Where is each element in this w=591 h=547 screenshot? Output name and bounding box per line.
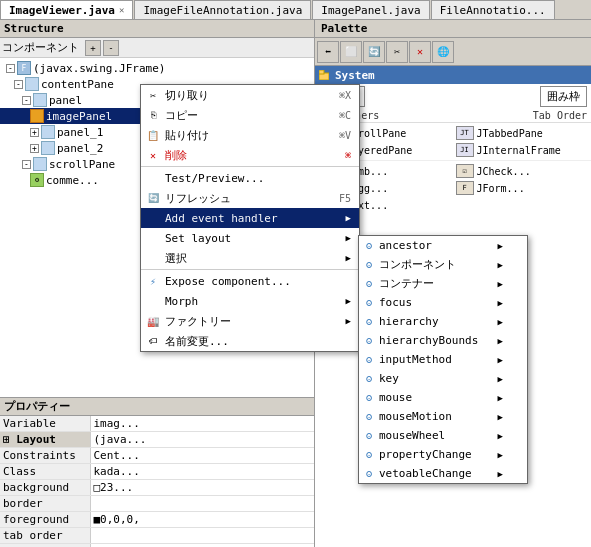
submenu-arrow-3-icon: ▶ bbox=[346, 253, 351, 263]
submenu-inputmethod[interactable]: ʘ inputMethod ▶ bbox=[359, 350, 527, 369]
panel2-icon bbox=[41, 141, 55, 155]
prop-value-background[interactable]: □23... bbox=[90, 480, 314, 496]
toolbar-btn-4[interactable]: ✂ bbox=[386, 41, 408, 63]
prop-value-constraints[interactable]: Cent... bbox=[90, 448, 314, 464]
submenu-key[interactable]: ʘ key ▶ bbox=[359, 369, 527, 388]
palette-border-btn[interactable]: 囲み枠 bbox=[540, 86, 587, 107]
submenu-icon-key: ʘ bbox=[362, 372, 376, 386]
submenu-mousewheel[interactable]: ʘ mouseWheel ▶ bbox=[359, 426, 527, 445]
contentpane-icon bbox=[25, 77, 39, 91]
ctx-copy[interactable]: ⎘ コピー ⌘C bbox=[141, 105, 359, 125]
tree-item-frame[interactable]: - F (javax.swing.JFrame) bbox=[0, 60, 314, 76]
prop-name-tooltip: toolTipText bbox=[0, 544, 90, 548]
toolbar-btn-5[interactable]: ✕ bbox=[409, 41, 431, 63]
prop-value-foreground[interactable]: ■0,0,0, bbox=[90, 512, 314, 528]
tab-imageviewer[interactable]: ImageViewer.java ✕ bbox=[0, 0, 133, 19]
tab-close-icon[interactable]: ✕ bbox=[119, 5, 124, 15]
submenu-arrow-5-icon: ▶ bbox=[346, 316, 351, 326]
tree-label-scrollpane: scrollPane bbox=[49, 158, 115, 171]
ctx-add-event-handler[interactable]: Add event handler ▶ bbox=[141, 208, 359, 228]
submenu-vetoablechange[interactable]: ʘ vetoableChange ▶ bbox=[359, 464, 527, 483]
prop-value-class[interactable]: kada... bbox=[90, 464, 314, 480]
expand-panel[interactable]: - bbox=[22, 96, 31, 105]
tab-imagefile[interactable]: ImageFileAnnotation.java bbox=[134, 0, 311, 19]
imagepanel-icon bbox=[30, 109, 44, 123]
toolbar-btn-2[interactable]: ⬜ bbox=[340, 41, 362, 63]
submenu-hierarchybounds[interactable]: ʘ hierarchyBounds ▶ bbox=[359, 331, 527, 350]
structure-title: Structure bbox=[4, 22, 64, 35]
tab-imagepanel[interactable]: ImagePanel.java bbox=[312, 0, 429, 19]
expand-contentpane[interactable]: - bbox=[14, 80, 23, 89]
submenu-icon-mousemotion: ʘ bbox=[362, 410, 376, 424]
ctx-select[interactable]: 選択 ▶ bbox=[141, 248, 359, 268]
submenu-hierarchy[interactable]: ʘ hierarchy ▶ bbox=[359, 312, 527, 331]
submenu-component-jp[interactable]: ʘ コンポーネント ▶ bbox=[359, 255, 527, 274]
propertychange-arrow-icon: ▶ bbox=[498, 450, 503, 460]
tree-label-panel1: panel_1 bbox=[57, 126, 103, 139]
expand-panel1[interactable]: + bbox=[30, 128, 39, 137]
ctx-set-layout[interactable]: Set layout ▶ bbox=[141, 228, 359, 248]
panel-icon bbox=[33, 93, 47, 107]
expand-panel2[interactable]: + bbox=[30, 144, 39, 153]
submenu-focus[interactable]: ʘ focus ▶ bbox=[359, 293, 527, 312]
ctx-delete[interactable]: ✕ 削除 ⌘ bbox=[141, 145, 359, 165]
ctx-test-preview[interactable]: Test/Preview... bbox=[141, 168, 359, 188]
prop-name-background: background bbox=[0, 480, 90, 496]
vetoablechange-arrow-icon: ▶ bbox=[498, 469, 503, 479]
mouse-arrow-icon: ▶ bbox=[498, 393, 503, 403]
properties-title: プロパティー bbox=[4, 399, 70, 414]
submenu-propertychange[interactable]: ʘ propertyChange ▶ bbox=[359, 445, 527, 464]
tab-bar: ImageViewer.java ✕ ImageFileAnnotation.j… bbox=[0, 0, 591, 20]
palette-jtabbedpane[interactable]: JT JTabbedPane bbox=[454, 125, 590, 141]
toolbar-btn-1[interactable]: ⬅ bbox=[317, 41, 339, 63]
comment-icon: ⚙ bbox=[30, 173, 44, 187]
submenu-ancestor[interactable]: ʘ ancestor ▶ bbox=[359, 236, 527, 255]
system-label: System bbox=[335, 69, 375, 82]
tree-expand-button[interactable]: + bbox=[85, 40, 101, 56]
prop-value-layout[interactable]: (java... bbox=[90, 432, 314, 448]
context-menu[interactable]: ✂ 切り取り ⌘X ⎘ コピー ⌘C 📋 貼り付け ⌘V ✕ 削除 ⌘ Test… bbox=[140, 84, 360, 352]
prop-value-taborder[interactable] bbox=[90, 528, 314, 544]
submenu-mouse[interactable]: ʘ mouse ▶ bbox=[359, 388, 527, 407]
properties-header: プロパティー bbox=[0, 398, 314, 416]
toolbar-btn-3[interactable]: 🔄 bbox=[363, 41, 385, 63]
tree-collapse-button[interactable]: - bbox=[103, 40, 119, 56]
expand-frame[interactable]: - bbox=[6, 64, 15, 73]
component-label: コンポーネント bbox=[2, 40, 79, 55]
jinternalframe-icon: JI bbox=[456, 143, 474, 157]
event-handler-submenu[interactable]: ʘ ancestor ▶ ʘ コンポーネント ▶ ʘ コンテナー ▶ ʘ foc… bbox=[358, 235, 528, 484]
ctx-rename[interactable]: 🏷 名前変更... bbox=[141, 331, 359, 351]
tree-toolbar: コンポーネント + - bbox=[0, 38, 314, 58]
palette-jcheck[interactable]: ☑ JCheck... bbox=[454, 163, 590, 179]
submenu-icon-mouse: ʘ bbox=[362, 391, 376, 405]
prop-name-constraints: Constraints bbox=[0, 448, 90, 464]
jcheck-icon: ☑ bbox=[456, 164, 474, 178]
tab-fileannotation[interactable]: FileAnnotatio... bbox=[431, 0, 555, 19]
tree-label-imagepanel: imagePanel bbox=[46, 110, 112, 123]
palette-jinternalframe[interactable]: JI JInternalFrame bbox=[454, 142, 590, 158]
prop-row-foreground: foreground ■0,0,0, bbox=[0, 512, 314, 528]
inputmethod-arrow-icon: ▶ bbox=[498, 355, 503, 365]
ctx-factory[interactable]: 🏭 ファクトリー ▶ bbox=[141, 311, 359, 331]
prop-value-variable[interactable]: imag... bbox=[90, 416, 314, 432]
palette-jform[interactable]: F JForm... bbox=[454, 180, 590, 196]
ctx-refresh[interactable]: 🔄 リフレッシュ F5 bbox=[141, 188, 359, 208]
ctx-paste[interactable]: 📋 貼り付け ⌘V bbox=[141, 125, 359, 145]
submenu-container-jp[interactable]: ʘ コンテナー ▶ bbox=[359, 274, 527, 293]
mousewheel-arrow-icon: ▶ bbox=[498, 431, 503, 441]
ctx-morph[interactable]: Morph ▶ bbox=[141, 291, 359, 311]
toolbar-btn-6[interactable]: 🌐 bbox=[432, 41, 454, 63]
factory-icon: 🏭 bbox=[145, 313, 161, 329]
prop-value-tooltip[interactable] bbox=[90, 544, 314, 548]
expand-scrollpane[interactable]: - bbox=[22, 160, 31, 169]
properties-panel: プロパティー Variable imag... ⊞ Layout (java..… bbox=[0, 397, 314, 547]
prop-name-class: Class bbox=[0, 464, 90, 480]
scrollpane-icon bbox=[33, 157, 47, 171]
svg-rect-1 bbox=[319, 70, 324, 74]
prop-value-border[interactable] bbox=[90, 496, 314, 512]
submenu-icon-ancestor: ʘ bbox=[362, 239, 376, 253]
ctx-cut[interactable]: ✂ 切り取り ⌘X bbox=[141, 85, 359, 105]
ctx-expose-component[interactable]: ⚡ Expose component... bbox=[141, 271, 359, 291]
focus-arrow-icon: ▶ bbox=[498, 298, 503, 308]
submenu-mousemotion[interactable]: ʘ mouseMotion ▶ bbox=[359, 407, 527, 426]
